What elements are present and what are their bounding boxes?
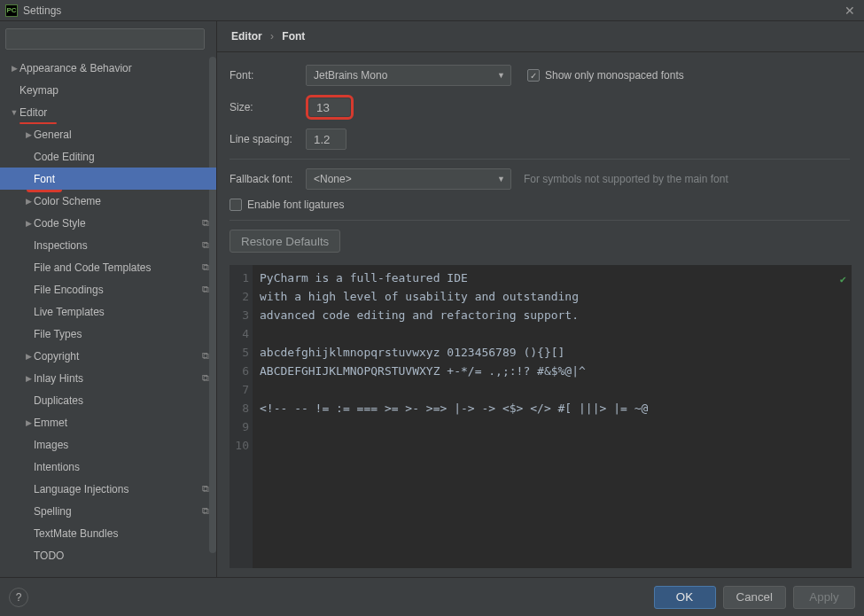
tree-item-label: Inspections bbox=[34, 239, 202, 252]
code-line: advanced code editing and refactoring su… bbox=[260, 306, 648, 324]
fallback-font-select[interactable]: <None> ▼ bbox=[306, 168, 511, 190]
tree-item[interactable]: ▶General bbox=[0, 123, 216, 145]
restore-defaults-button[interactable]: Restore Defaults bbox=[230, 230, 340, 253]
breadcrumb-editor[interactable]: Editor bbox=[231, 30, 262, 43]
show-monospaced-label: Show only monospaced fonts bbox=[545, 69, 684, 82]
code-line: PyCharm is a full-featured IDE bbox=[260, 269, 648, 287]
chevron-down-icon: ▼ bbox=[9, 108, 19, 117]
tree-item[interactable]: ▶Inlay Hints⧉ bbox=[0, 367, 216, 389]
line-number: 7 bbox=[230, 380, 249, 399]
settings-main: Editor › Font Font: JetBrains Mono ▼ Sho… bbox=[217, 21, 864, 577]
code-line bbox=[260, 324, 648, 343]
tree-item-label: Emmet bbox=[34, 417, 209, 429]
tree-item-label: General bbox=[34, 129, 209, 141]
line-number: 6 bbox=[230, 362, 249, 380]
tree-item[interactable]: Inspections⧉ bbox=[0, 234, 216, 256]
settings-tree[interactable]: ▶Appearance & BehaviorKeymap▼Editor▶Gene… bbox=[0, 57, 216, 577]
copy-icon: ⧉ bbox=[202, 261, 209, 273]
window-title: Settings bbox=[23, 4, 841, 17]
app-logo-icon: PC bbox=[5, 4, 18, 17]
tree-item[interactable]: Images bbox=[0, 433, 216, 456]
tree-item[interactable]: Intentions bbox=[0, 456, 216, 478]
tree-item[interactable]: ▶Copyright⧉ bbox=[0, 345, 216, 367]
tree-item[interactable]: File and Code Templates⧉ bbox=[0, 256, 216, 278]
ok-button[interactable]: OK bbox=[654, 586, 716, 609]
size-input[interactable] bbox=[309, 98, 350, 116]
dialog-footer: ? OK Cancel Apply bbox=[0, 577, 864, 616]
tree-item-label: Duplicates bbox=[34, 394, 209, 407]
divider bbox=[230, 159, 850, 160]
apply-button[interactable]: Apply bbox=[793, 586, 855, 609]
tree-item-label: TODO bbox=[34, 550, 209, 562]
copy-icon: ⧉ bbox=[202, 350, 209, 362]
font-preview: 12345678910 PyCharm is a full-featured I… bbox=[230, 265, 852, 568]
show-monospaced-checkbox[interactable]: Show only monospaced fonts bbox=[527, 69, 684, 82]
line-spacing-input[interactable] bbox=[306, 129, 346, 150]
tree-item-label: Live Templates bbox=[34, 306, 209, 318]
tree-item[interactable]: TextMate Bundles bbox=[0, 522, 216, 544]
chevron-right-icon: ▶ bbox=[23, 219, 34, 228]
tree-item-label: Spelling bbox=[34, 505, 202, 518]
line-number: 5 bbox=[230, 343, 249, 362]
tree-item[interactable]: ▶Color Scheme bbox=[0, 190, 216, 212]
line-number: 1 bbox=[230, 269, 249, 287]
tree-item[interactable]: Language Injections⧉ bbox=[0, 478, 216, 500]
tree-item[interactable]: File Encodings⧉ bbox=[0, 278, 216, 300]
checkbox-icon bbox=[230, 199, 242, 211]
tree-item-label: Intentions bbox=[34, 461, 209, 473]
code-line bbox=[260, 417, 648, 436]
search-input[interactable] bbox=[5, 28, 205, 50]
tree-item-label: Copyright bbox=[34, 350, 202, 363]
tree-item[interactable]: ▶Emmet bbox=[0, 411, 216, 433]
chevron-right-icon: › bbox=[265, 30, 279, 43]
chevron-down-icon: ▼ bbox=[497, 71, 505, 80]
cancel-button[interactable]: Cancel bbox=[723, 586, 787, 609]
tree-item-label: File Encodings bbox=[34, 284, 202, 296]
size-label: Size: bbox=[230, 101, 306, 113]
ligatures-checkbox[interactable]: Enable font ligatures bbox=[230, 199, 344, 211]
breadcrumb-font: Font bbox=[282, 30, 305, 43]
tree-item-label: Code Editing bbox=[34, 151, 209, 163]
chevron-right-icon: ▶ bbox=[23, 197, 34, 206]
tree-item-label: Code Style bbox=[34, 217, 202, 230]
tree-item[interactable]: Keymap bbox=[0, 79, 216, 101]
copy-icon: ⧉ bbox=[202, 505, 209, 517]
line-number: 2 bbox=[230, 287, 249, 306]
code-line: with a high level of usability and outst… bbox=[260, 287, 648, 306]
preview-gutter: 12345678910 bbox=[230, 265, 253, 568]
code-line bbox=[260, 380, 648, 399]
fallback-hint: For symbols not supported by the main fo… bbox=[524, 173, 728, 185]
help-button[interactable]: ? bbox=[9, 588, 28, 607]
line-number: 9 bbox=[230, 417, 249, 436]
tree-item-label: File Types bbox=[34, 328, 209, 340]
tree-item[interactable]: ▶Appearance & Behavior bbox=[0, 57, 216, 79]
tree-item-label: Keymap bbox=[19, 84, 209, 97]
window-titlebar: PC Settings ✕ bbox=[0, 0, 864, 21]
tree-item[interactable]: Code Editing bbox=[0, 145, 216, 168]
tree-item[interactable]: Live Templates bbox=[0, 300, 216, 323]
line-number: 10 bbox=[230, 436, 249, 455]
copy-icon: ⧉ bbox=[202, 372, 209, 384]
chevron-right-icon: ▶ bbox=[9, 64, 19, 73]
tree-item[interactable]: Spelling⧉ bbox=[0, 500, 216, 522]
tree-item[interactable]: File Types bbox=[0, 323, 216, 345]
tree-item-label: TextMate Bundles bbox=[34, 527, 209, 540]
tree-item[interactable]: TODO bbox=[0, 544, 216, 566]
tree-item-label: Appearance & Behavior bbox=[19, 62, 209, 74]
tree-item[interactable]: Duplicates bbox=[0, 389, 216, 411]
code-line: ABCDEFGHIJKLMNOPQRSTUVWXYZ +-*/= .,;:!? … bbox=[260, 362, 648, 380]
close-icon[interactable]: ✕ bbox=[841, 4, 859, 18]
chevron-down-icon: ▼ bbox=[497, 175, 505, 183]
chevron-right-icon: ▶ bbox=[23, 374, 34, 383]
code-line: abcdefghijklmnopqrstuvwxyz 0123456789 ()… bbox=[260, 343, 648, 362]
fallback-font-value: <None> bbox=[314, 173, 352, 185]
tree-item[interactable]: Font bbox=[0, 168, 216, 190]
tree-item-label: File and Code Templates bbox=[34, 261, 202, 274]
font-label: Font: bbox=[230, 69, 306, 82]
tree-item-label: Editor bbox=[19, 106, 209, 119]
font-select[interactable]: JetBrains Mono ▼ bbox=[306, 65, 511, 86]
tree-item[interactable]: ▼Editor bbox=[0, 101, 216, 123]
tree-item[interactable]: ▶Code Style⧉ bbox=[0, 212, 216, 234]
copy-icon: ⧉ bbox=[202, 284, 209, 295]
copy-icon: ⧉ bbox=[202, 239, 209, 251]
